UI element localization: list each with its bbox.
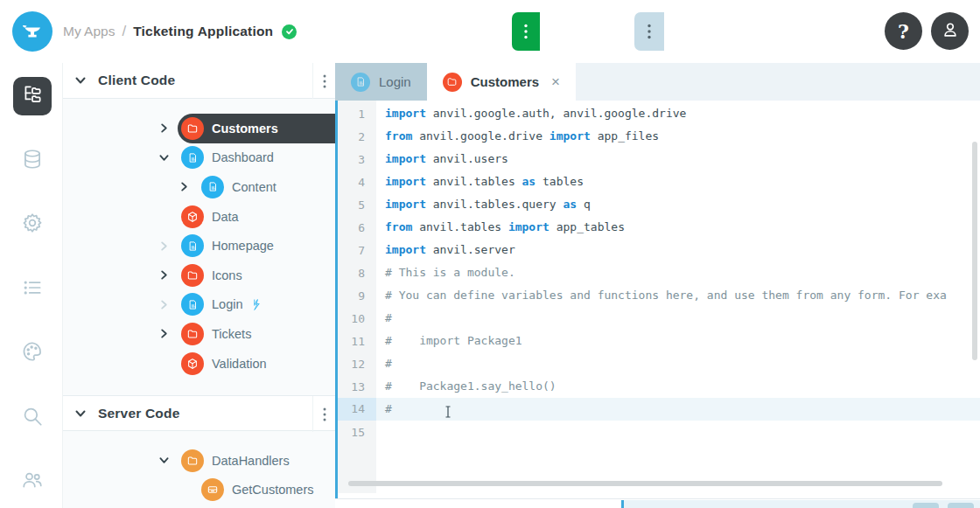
close-icon[interactable]: × (551, 73, 560, 91)
bottom-chip[interactable] (913, 503, 939, 508)
code-line-content[interactable]: from anvil.tables import app_tables (376, 216, 980, 239)
code-line-content[interactable]: from anvil.google.drive import app_files (376, 125, 980, 148)
publish-button[interactable]: Publish (634, 12, 774, 51)
tree-item-content[interactable]: Content (63, 172, 335, 202)
chevron-spacer (157, 357, 171, 371)
tree-item-getcustomers[interactable]: GetCustomers (63, 476, 335, 505)
help-button[interactable]: ? (885, 12, 922, 50)
tree-item-label: Tickets (212, 327, 251, 341)
tree-item-login[interactable]: Login (63, 290, 335, 320)
code-line-content[interactable]: import anvil.tables.query as q (376, 193, 980, 216)
tree-item-icons[interactable]: Icons (63, 261, 335, 290)
tree-item-data[interactable]: Data (63, 202, 335, 232)
server-code-kebab-icon[interactable] (312, 396, 335, 432)
uplink-button[interactable]: Uplink (781, 12, 881, 51)
tree-item-label: Homepage (212, 239, 274, 253)
sidebar-item-settings[interactable] (13, 205, 52, 244)
code-line-12[interactable]: 12# (338, 352, 980, 375)
client-code-tree: CustomersDashboardContentDataHomepageIco… (63, 99, 335, 378)
code-line-3[interactable]: 3import anvil.users (338, 148, 980, 170)
code-line-content[interactable]: import anvil.server (376, 239, 980, 261)
sidebar-item-app-browser[interactable] (13, 77, 52, 115)
tab-customers[interactable]: Customers × (427, 63, 576, 101)
publish-options-kebab-icon[interactable] (634, 12, 664, 51)
tree-item-datahandlers[interactable]: DataHandlers (63, 446, 335, 476)
top-bar: My Apps / Ticketing Application Run Publ… (0, 0, 980, 63)
code-line-content[interactable]: # (376, 307, 980, 330)
tab-customers-label: Customers (471, 74, 539, 89)
breadcrumb-app-name[interactable]: Ticketing Application (133, 24, 273, 39)
code-line-content[interactable]: # import Package1 (376, 330, 980, 352)
tree-item-validation[interactable]: Validation (63, 349, 335, 379)
chevron-right-icon[interactable] (157, 122, 171, 136)
line-number: 10 (338, 312, 376, 325)
code-line-content[interactable]: # (376, 398, 980, 421)
form-icon (181, 146, 204, 169)
code-line-content[interactable]: # This is a module. (376, 261, 980, 284)
code-line-13[interactable]: 13# Package1.say_hello() (338, 375, 980, 398)
chevron-right-icon[interactable] (157, 268, 171, 282)
breadcrumb: My Apps / Ticketing Application (63, 0, 297, 63)
code-line-10[interactable]: 10# (338, 307, 980, 330)
breadcrumb-my-apps[interactable]: My Apps (63, 24, 115, 39)
client-code-header[interactable]: Client Code (63, 63, 335, 99)
server-code-header[interactable]: Server Code (63, 395, 335, 431)
folder-icon (181, 323, 204, 345)
run-options-kebab-icon[interactable] (512, 12, 540, 51)
chevron-right-icon[interactable] (157, 327, 171, 341)
code-line-content[interactable]: import anvil.google.auth, anvil.google.d… (376, 102, 980, 125)
anvil-logo-icon[interactable] (12, 11, 52, 52)
code-line-7[interactable]: 7import anvil.server (338, 239, 980, 261)
sidebar-item-search[interactable] (13, 399, 52, 437)
code-line-11[interactable]: 11# import Package1 (338, 330, 980, 352)
chevron-down-icon[interactable] (75, 75, 86, 86)
tree-item-customers[interactable]: Customers (63, 114, 335, 143)
code-line-4[interactable]: 4import anvil.tables as tables (338, 170, 980, 193)
bottom-panel-edge (335, 498, 980, 508)
code-line-6[interactable]: 6from anvil.tables import app_tables (338, 216, 980, 239)
line-number: 2 (338, 130, 376, 143)
form-icon (181, 234, 204, 257)
code-line-content[interactable]: import anvil.tables as tables (376, 170, 980, 193)
module-icon (181, 352, 204, 375)
code-line-8[interactable]: 8# This is a module. (338, 261, 980, 284)
profile-button[interactable] (931, 12, 969, 50)
bottom-chip[interactable] (948, 503, 974, 508)
chevron-down-icon[interactable] (157, 150, 171, 164)
chevron-down-icon[interactable] (75, 408, 86, 419)
code-line-9[interactable]: 9# You can define variables and function… (338, 284, 980, 307)
tree-item-tickets[interactable]: Tickets (63, 319, 335, 349)
tree-item-dashboard[interactable]: Dashboard (63, 143, 335, 173)
server-icon (201, 478, 224, 501)
chevron-right-icon[interactable] (157, 239, 171, 253)
tree-item-label: Dashboard (212, 150, 274, 164)
code-line-2[interactable]: 2from anvil.google.drive import app_file… (338, 125, 980, 148)
code-line-content[interactable]: # Package1.say_hello() (376, 375, 980, 398)
sidebar-item-data-tables[interactable] (13, 142, 52, 180)
chevron-right-icon[interactable] (157, 297, 171, 311)
chevron-down-icon[interactable] (157, 454, 171, 468)
code-line-1[interactable]: 1import anvil.google.auth, anvil.google.… (338, 102, 980, 125)
sidebar-item-users[interactable] (13, 463, 52, 501)
code-line-5[interactable]: 5import anvil.tables.query as q (338, 193, 980, 216)
code-line-content[interactable]: # You can define variables and functions… (376, 284, 980, 307)
list-icon (21, 276, 44, 303)
line-number: 12 (338, 358, 376, 371)
code-line-content[interactable]: import anvil.users (376, 148, 980, 170)
code-line-content[interactable] (376, 421, 980, 443)
code-line-14[interactable]: 14# (338, 398, 980, 421)
horizontal-scrollbar[interactable] (348, 481, 942, 486)
line-number: 3 (338, 153, 376, 166)
sidebar-item-theme[interactable] (13, 334, 52, 372)
code-line-content[interactable]: # (376, 352, 980, 375)
chevron-right-icon[interactable] (177, 180, 191, 194)
sidebar-item-outline[interactable] (13, 270, 52, 309)
code-editor[interactable]: 1import anvil.google.auth, anvil.google.… (335, 101, 980, 498)
tab-login[interactable]: Login (335, 63, 427, 101)
tree-item-homepage[interactable]: Homepage (63, 231, 335, 261)
code-line-15[interactable]: 15 (338, 421, 980, 443)
run-button[interactable]: Run (512, 12, 623, 51)
vertical-scrollbar[interactable] (972, 142, 977, 360)
client-code-kebab-icon[interactable] (312, 63, 335, 99)
search-icon (21, 405, 44, 431)
